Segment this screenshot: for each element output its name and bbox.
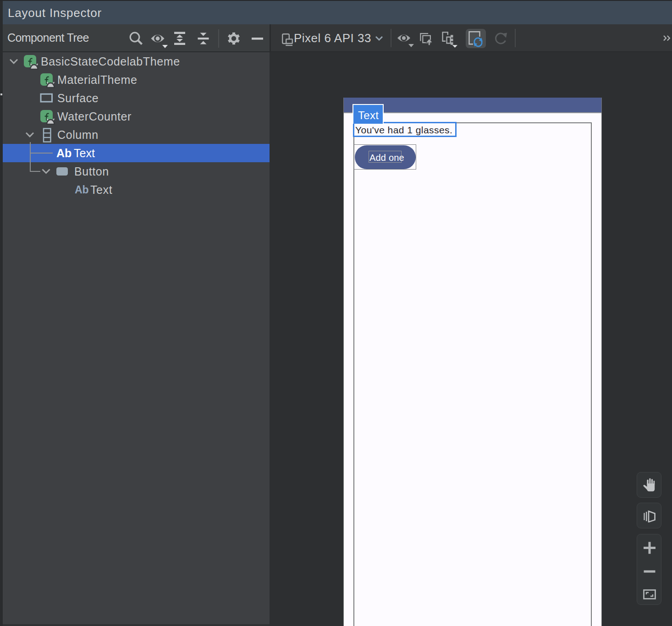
svg-text:Ab: Ab [75,184,89,196]
svg-text:Button: Button [74,165,109,178]
svg-text:Text: Text [90,183,112,196]
svg-text:Ab: Ab [56,147,72,159]
svg-text:MaterialTheme: MaterialTheme [57,73,138,86]
svg-text:Surface: Surface [57,92,99,104]
svg-text:BasicStateCodelabTheme: BasicStateCodelabTheme [41,55,180,68]
svg-text:Text: Text [74,147,95,159]
svg-text:Column: Column [57,128,99,141]
svg-text:WaterCounter: WaterCounter [57,110,132,123]
